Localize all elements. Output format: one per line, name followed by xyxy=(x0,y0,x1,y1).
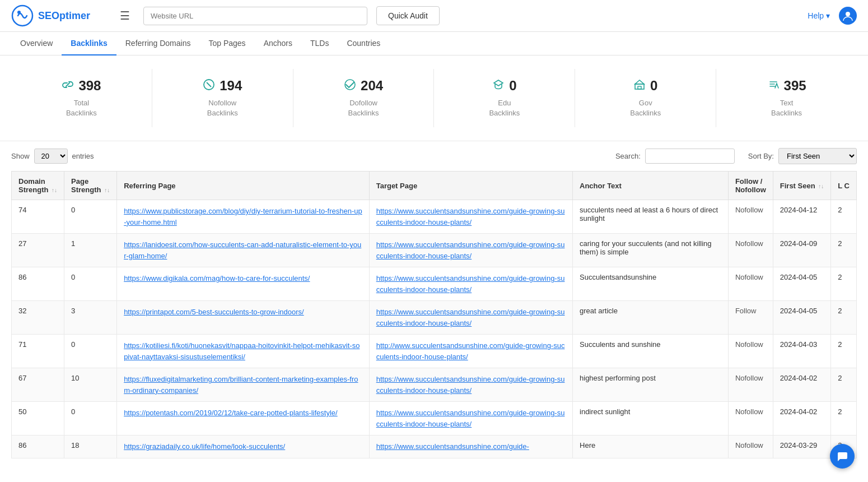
cell-page-strength: 0 xyxy=(64,200,117,234)
table-row: 67 10 https://fluxedigitalmarketing.com/… xyxy=(12,368,857,402)
search-area: Search: Sort By: First Seen Domain Stren… xyxy=(615,148,857,164)
cell-referring-page: https://potentash.com/2019/02/12/take-ca… xyxy=(117,402,370,435)
cell-lc: 2 xyxy=(831,200,857,234)
tab-referring-domains[interactable]: Referring Domains xyxy=(116,32,200,55)
total-backlinks-number: 398 xyxy=(78,78,101,94)
table-row: 27 1 https://lanidoesit.com/how-succulen… xyxy=(12,234,857,267)
show-label: Show xyxy=(11,152,30,160)
cell-target-page: https://www.succulentsandsunshine.com/gu… xyxy=(369,200,572,234)
cell-lc: 2 xyxy=(831,267,857,301)
chat-bubble[interactable] xyxy=(830,444,855,469)
cell-first-seen: 2024-04-02 xyxy=(773,402,830,435)
cell-anchor-text: indirect sunlight xyxy=(573,402,729,435)
search-input[interactable] xyxy=(645,149,735,164)
gov-icon xyxy=(633,78,646,94)
cell-page-strength: 0 xyxy=(64,335,117,368)
user-icon xyxy=(842,10,854,22)
cell-domain-strength: 32 xyxy=(12,301,64,335)
cell-domain-strength: 74 xyxy=(12,200,64,234)
cell-domain-strength: 71 xyxy=(12,335,64,368)
cell-domain-strength: 50 xyxy=(12,402,64,435)
cell-follow: Nofollow xyxy=(728,200,773,234)
cell-referring-page: https://www.digikala.com/mag/how-to-care… xyxy=(117,267,370,301)
cell-first-seen: 2024-04-03 xyxy=(773,335,830,368)
nav-tabs: Overview Backlinks Referring Domains Top… xyxy=(0,32,868,55)
cell-page-strength: 1 xyxy=(64,234,117,267)
sort-select[interactable]: First Seen Domain Strength Page Strength xyxy=(778,148,857,164)
help-button[interactable]: Help ▾ xyxy=(808,11,830,20)
search-label: Search: xyxy=(615,152,641,160)
cell-target-page: https://www.succulentsandsunshine.com/gu… xyxy=(369,234,572,267)
tab-anchors[interactable]: Anchors xyxy=(255,32,301,55)
stats-row: 398 Total Backlinks 194 Nofollow Backlin… xyxy=(0,55,868,141)
cell-referring-page: https://fluxedigitalmarketing.com/brilli… xyxy=(117,368,370,402)
svg-line-4 xyxy=(207,82,211,87)
cell-target-page: https://www.succulentsandsunshine.com/gu… xyxy=(369,301,572,335)
cell-page-strength: 0 xyxy=(64,402,117,435)
cell-follow: Follow xyxy=(728,301,773,335)
cell-anchor-text: Here xyxy=(573,435,729,458)
cell-lc: 2 xyxy=(831,402,857,435)
cell-referring-page: https://www.publicstorage.com/blog/diy/d… xyxy=(117,200,370,234)
cell-domain-strength: 27 xyxy=(12,234,64,267)
cell-first-seen: 2024-04-02 xyxy=(773,368,830,402)
nofollow-icon xyxy=(203,78,215,94)
cell-lc: 2 xyxy=(831,368,857,402)
dofollow-label: Dofollow Backlinks xyxy=(298,98,430,118)
cell-referring-page: https://graziadaily.co.uk/life/home/look… xyxy=(117,435,370,458)
table-row: 86 0 https://www.digikala.com/mag/how-to… xyxy=(12,267,857,301)
col-anchor-text: Anchor Text xyxy=(573,172,729,200)
cell-domain-strength: 86 xyxy=(12,267,64,301)
table-wrapper: DomainStrength ↑↓ PageStrength ↑↓ Referr… xyxy=(0,171,868,470)
cell-first-seen: 2024-04-05 xyxy=(773,267,830,301)
cell-follow: Nofollow xyxy=(728,234,773,267)
text-backlinks-label: Text Backlinks xyxy=(721,98,852,118)
nofollow-label: Nofollow Backlinks xyxy=(157,98,288,118)
cell-referring-page: https://kotiliesi.fi/koti/huonekasvit/na… xyxy=(117,335,370,368)
tab-tlds[interactable]: TLDs xyxy=(301,32,338,55)
cell-anchor-text: Succulents and sunshine xyxy=(573,335,729,368)
backlinks-table: DomainStrength ↑↓ PageStrength ↑↓ Referr… xyxy=(11,171,857,458)
stat-gov-backlinks: 0 Gov Backlinks xyxy=(575,69,716,127)
hamburger-button[interactable]: ☰ xyxy=(115,7,134,25)
total-backlinks-icon xyxy=(62,78,74,94)
col-page-strength: PageStrength ↑↓ xyxy=(64,172,117,200)
url-input[interactable] xyxy=(143,7,367,25)
svg-point-2 xyxy=(846,12,850,16)
tab-top-pages[interactable]: Top Pages xyxy=(199,32,254,55)
table-header-row: DomainStrength ↑↓ PageStrength ↑↓ Referr… xyxy=(12,172,857,200)
table-row: 71 0 https://kotiliesi.fi/koti/huonekasv… xyxy=(12,335,857,368)
total-backlinks-label: Total Backlinks xyxy=(16,98,147,118)
edu-icon xyxy=(492,78,505,94)
table-row: 86 18 https://graziadaily.co.uk/life/hom… xyxy=(12,435,857,458)
edu-label: Edu Backlinks xyxy=(438,98,570,118)
col-target-page: Target Page xyxy=(369,172,572,200)
svg-point-1 xyxy=(17,11,21,14)
logo-icon xyxy=(11,4,34,27)
cell-anchor-text: caring for your succulents (and not kill… xyxy=(573,234,729,267)
cell-lc: 2 xyxy=(831,234,857,267)
stat-nofollow-backlinks: 194 Nofollow Backlinks xyxy=(152,69,293,127)
cell-domain-strength: 86 xyxy=(12,435,64,458)
stat-total-backlinks: 398 Total Backlinks xyxy=(11,69,152,127)
cell-first-seen: 2024-04-12 xyxy=(773,200,830,234)
tab-backlinks[interactable]: Backlinks xyxy=(62,32,116,55)
nofollow-number: 194 xyxy=(220,78,242,94)
cell-follow: Nofollow xyxy=(728,267,773,301)
cell-page-strength: 3 xyxy=(64,301,117,335)
user-avatar[interactable] xyxy=(839,7,857,25)
header: SEOptimer ☰ Quick Audit Help ▾ xyxy=(0,0,868,32)
cell-anchor-text: Succulentsandsunshine xyxy=(573,267,729,301)
quick-audit-button[interactable]: Quick Audit xyxy=(376,6,440,25)
tab-overview[interactable]: Overview xyxy=(11,32,62,55)
text-backlinks-number: 395 xyxy=(784,78,806,94)
cell-lc: 2 xyxy=(831,301,857,335)
cell-follow: Nofollow xyxy=(728,335,773,368)
tab-countries[interactable]: Countries xyxy=(338,32,389,55)
stat-dofollow-backlinks: 204 Dofollow Backlinks xyxy=(293,69,435,127)
cell-page-strength: 0 xyxy=(64,267,117,301)
table-row: 74 0 https://www.publicstorage.com/blog/… xyxy=(12,200,857,234)
table-row: 50 0 https://potentash.com/2019/02/12/ta… xyxy=(12,402,857,435)
gov-label: Gov Backlinks xyxy=(580,98,711,118)
show-entries-select[interactable]: 20 50 100 xyxy=(34,149,68,164)
